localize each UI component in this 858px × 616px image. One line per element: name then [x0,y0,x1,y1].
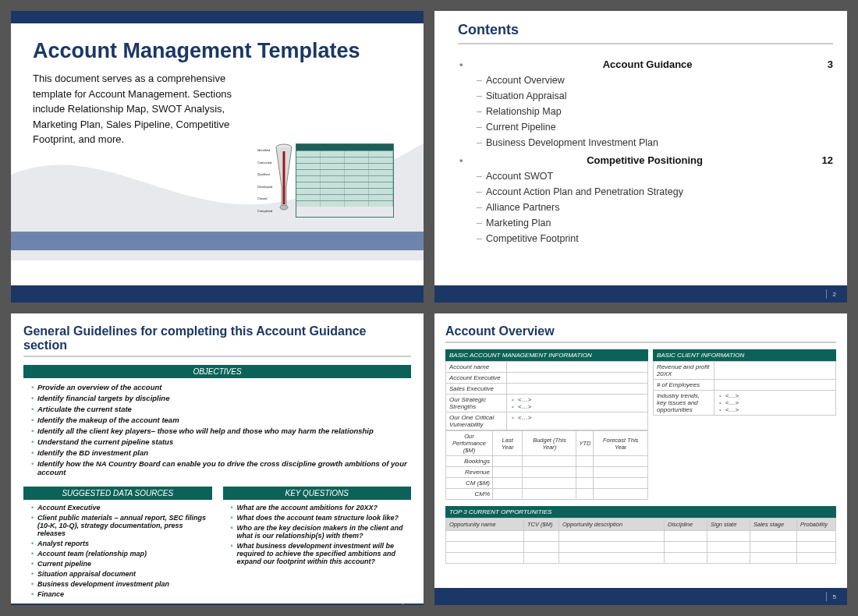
basic-account-table: Account name Account Executive Sales Exe… [445,361,648,430]
table-header-opportunities: TOP 3 CURRENT OPPORTUNITIES [445,506,836,518]
svg-rect-2 [283,151,285,204]
slide-footer [11,285,424,303]
funnel-label: Contacted [257,161,272,165]
funnel-label: Developed [257,185,272,189]
list-item: Articulate the current state [31,405,408,413]
opp-col: Opportunity name [446,519,524,531]
perf-head-label: Our Performance ($M) [446,431,493,456]
row-label: Our One Critical Vulnerability [446,412,507,430]
top-accent-bar [11,11,424,23]
toc-section: Competitive Positioning 12 [458,154,833,166]
list-item: Identify how the NA Country Board can en… [31,459,408,476]
toc-item: Account SWOT [458,171,833,182]
slide-2-contents: Contents Account Guidance 3 Account Over… [434,11,847,303]
divider [458,43,833,44]
funnel-icon [275,143,292,218]
placeholder: <…> [718,392,832,399]
page-number: 4 [410,605,413,606]
toc-page-number: 3 [828,58,833,70]
page-number: 2 [833,291,836,298]
section-header-questions: KEY QUESTIONS [223,487,412,500]
toc-item: Relationship Map [458,106,833,117]
placeholder: <…> [510,414,644,421]
perf-col: Forecast This Year [594,431,647,456]
table-row [446,531,836,542]
toc-section-title: Account Guidance [603,58,693,70]
list-item: Who are the key decision makers in the c… [231,524,409,540]
table-row [446,542,836,553]
opp-col: Opportunity description [559,519,665,531]
table-row [446,553,836,564]
svg-point-1 [280,205,288,210]
toc-item: Marketing Plan [458,218,833,228]
slide-footer: 5 [434,588,847,605]
toc-section: Account Guidance 3 [458,58,833,70]
slide-3-guidelines: General Guidelines for completing this A… [11,313,424,605]
placeholder: <…> [510,403,644,410]
page-title: Account Overview [445,324,836,338]
row-label: Industry trends, key issues and opportun… [653,391,714,416]
opportunities-table: Opportunity name TCV ($M) Opportunity de… [445,518,836,564]
table-header-right: BASIC CLIENT INFORMATION [653,349,836,361]
page-number: 5 [833,593,836,600]
slide-footer: 2 [434,285,847,303]
funnel-label: Completed [257,209,272,213]
list-item: Identify the BD investment plan [31,448,408,457]
perf-row: CM ($M) [446,478,493,489]
page-title: Account Management Templates [11,23,424,71]
pipeline-mini-table [296,143,394,218]
placeholder: <…> [510,396,644,403]
divider [23,356,411,357]
list-item: Provide an overview of the account [31,383,408,391]
placeholder: <…> [718,399,832,406]
perf-col: Budget (This Year) [523,431,576,456]
toc-item: Account Action Plan and Penetration Stra… [458,186,833,197]
list-item: Client public materials – annual report,… [31,514,209,537]
toc-item: Competitive Footprint [458,233,833,244]
table-header-left: BASIC ACCOUNT MANAGEMENT INFORMATION [445,349,648,361]
list-item: What does the account team structure loo… [231,514,409,522]
opp-col: Sign state [707,519,750,531]
row-label: Revenue and profit 20XX [653,362,714,380]
list-item: Account Executive [31,504,209,512]
list-item: What are the account ambitions for 20XX? [231,504,409,512]
intro-description: This document serves as a comprehensive … [11,71,276,147]
row-label: # of Employees [653,380,714,391]
toc-item: Business Development Investment Plan [458,137,833,148]
list-item: What business development investment wil… [231,542,409,565]
list-item: Identify the makeup of the account team [31,416,408,424]
list-item: Analyst reports [31,540,209,547]
perf-col: Last Year [493,431,523,456]
pipeline-thumbnail: Identified Contacted Qualified Developed… [257,143,394,218]
funnel-label: Qualified [257,172,272,176]
toc-item: Account Overview [458,75,833,86]
page-title: Contents [458,22,833,38]
sources-list: Account Executive Client public material… [23,500,212,604]
row-label: Our Strategic Strengths [446,395,507,412]
slide-4-account-overview: Account Overview BASIC ACCOUNT MANAGEMEN… [434,313,847,605]
list-item: Finance [31,590,209,598]
row-label: Account name [446,362,507,373]
opp-col: Sales stage [750,519,797,531]
list-item: Identify all the client key players– tho… [31,427,408,435]
basic-client-table: Revenue and profit 20XX # of Employees I… [653,361,836,416]
performance-table: Our Performance ($M) Last Year Budget (T… [445,430,648,500]
list-item: Understand the current pipeline status [31,437,408,446]
list-item: Business development investment plan [31,580,209,588]
objectives-list: Provide an overview of the account Ident… [23,378,411,483]
list-item: Situation appraisal document [31,570,209,578]
section-header-sources: SUGGESTED DATA SOURCES [23,487,212,500]
perf-row: Bookings [446,456,493,467]
slide-footer: 4 [11,604,424,605]
slide-1-title: Account Management Templates This docume… [11,11,424,303]
row-label: Account Executive [446,373,507,384]
list-item: Current pipeline [31,560,209,568]
funnel-label: Closed [257,196,272,200]
opp-col: Discipline [665,519,707,531]
divider [445,342,836,343]
list-item: Identify financial targets by discipline [31,394,408,402]
funnel-label: Identified [257,148,272,152]
toc-section-title: Competitive Positioning [587,154,703,166]
toc-item: Current Pipeline [458,122,833,133]
perf-row: CM% [446,489,493,500]
